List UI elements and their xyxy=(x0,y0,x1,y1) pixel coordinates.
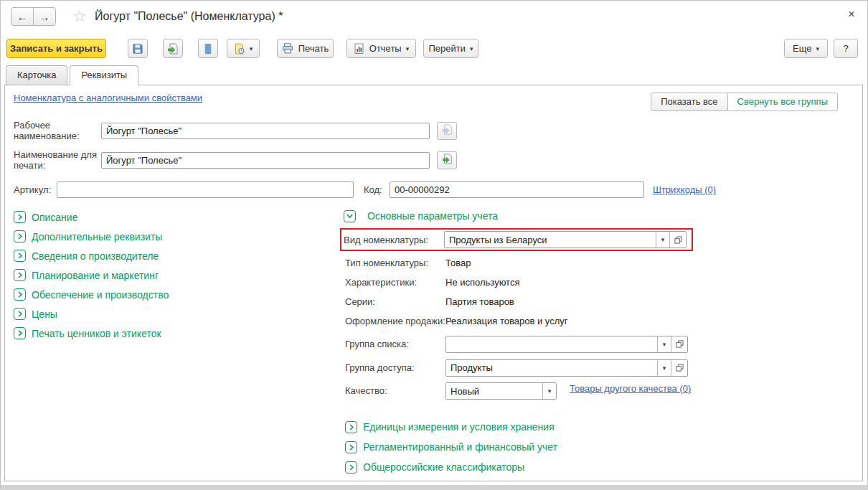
chevron-right-icon xyxy=(345,421,357,433)
kind-input[interactable] xyxy=(445,232,656,248)
section-manufacturer[interactable]: Сведения о производителе xyxy=(14,246,344,265)
tab-card[interactable]: Карточка xyxy=(6,65,67,85)
goto-button[interactable]: Перейти ▾ xyxy=(423,39,478,58)
print-label: Печать xyxy=(298,43,329,54)
goto-label: Перейти xyxy=(428,43,466,54)
chevron-right-icon xyxy=(345,441,357,453)
dropdown-caret-icon[interactable]: ▾ xyxy=(657,360,671,376)
other-quality-link[interactable]: Товары другого качества (0) xyxy=(570,382,702,395)
document-green-arrow-icon xyxy=(167,43,179,55)
working-name-input[interactable] xyxy=(101,123,430,139)
section-label: Обеспечение и производство xyxy=(32,289,169,301)
section-label: Регламентированный и финансовый учет xyxy=(363,441,557,453)
section-regulated-accounting[interactable]: Регламентированный и финансовый учет xyxy=(344,437,854,457)
article-input[interactable] xyxy=(57,182,354,198)
open-icon[interactable] xyxy=(671,336,687,352)
print-button[interactable]: Печать xyxy=(277,39,334,58)
more-button[interactable]: Еще ▾ xyxy=(784,39,828,58)
view-buttons-group: Показать все Свернуть все группы xyxy=(651,93,838,111)
collapse-groups-button[interactable]: Свернуть все группы xyxy=(727,93,838,111)
section-label: Печать ценников и этикеток xyxy=(32,328,161,339)
more-label: Еще xyxy=(793,43,811,54)
section-prices[interactable]: Цены xyxy=(14,304,344,324)
list-group-label: Группа списка: xyxy=(345,339,445,349)
access-group-label: Группа доступа: xyxy=(345,362,445,373)
stack-icon xyxy=(203,43,213,55)
open-icon[interactable] xyxy=(671,360,687,376)
quality-combo[interactable]: ▾ xyxy=(445,382,557,400)
show-all-button[interactable]: Показать все xyxy=(651,93,727,111)
toolbar: Записать и закрыть ▾ Пе xyxy=(1,39,867,60)
code-input[interactable] xyxy=(390,182,644,198)
open-icon[interactable] xyxy=(669,232,686,248)
dropdown-caret-icon[interactable]: ▾ xyxy=(656,232,669,248)
section-supply-production[interactable]: Обеспечение и производство xyxy=(14,285,344,304)
quality-label: Качество: xyxy=(345,382,445,396)
reports-label: Отчеты xyxy=(369,43,402,54)
kind-row-highlighted: Вид номенклатуры: ▾ xyxy=(340,228,693,251)
tab-details[interactable]: Реквизиты xyxy=(70,65,138,85)
back-arrow-icon: ← xyxy=(17,11,28,23)
characteristics-row: Характеристики: Не используются xyxy=(344,273,854,292)
history-menu-button[interactable]: ▾ xyxy=(227,39,260,58)
section-label: Цены xyxy=(32,308,57,320)
form-window: ← → ☆ Йогурт "Полесье" (Номенклатура) * … xyxy=(0,0,868,490)
article-label: Артикул: xyxy=(14,184,57,195)
working-name-row: Рабочее наименование: xyxy=(14,120,854,141)
bottom-sections: Единицы измерения и условия хранения Рег… xyxy=(344,417,854,477)
copy-name-button[interactable] xyxy=(437,122,457,140)
forward-button[interactable]: → xyxy=(33,7,56,26)
list-group-combo[interactable]: ▾ xyxy=(445,336,688,353)
section-price-tags[interactable]: Печать ценников и этикеток xyxy=(14,324,344,343)
page-title: Йогурт "Полесье" (Номенклатура) * xyxy=(95,10,283,23)
code-label: Код: xyxy=(364,184,390,195)
quality-input[interactable] xyxy=(446,383,542,399)
type-row: Тип номенклатуры: Товар xyxy=(344,253,854,273)
chevron-right-icon xyxy=(14,211,26,223)
section-label: Описание xyxy=(32,212,77,223)
section-label: Дополнительные реквизиты xyxy=(32,231,162,242)
printer-icon xyxy=(282,43,293,54)
dropdown-caret-icon[interactable]: ▾ xyxy=(657,336,671,352)
reports-button[interactable]: Отчеты ▾ xyxy=(346,39,416,58)
fill-print-name-button[interactable] xyxy=(437,151,457,169)
main-params-group-header[interactable]: Основные параметры учета xyxy=(344,207,854,225)
characteristics-value: Не используются xyxy=(445,277,519,288)
access-group-row: Группа доступа: ▾ xyxy=(344,359,854,377)
group-title: Основные параметры учета xyxy=(367,210,498,222)
series-value: Партия товаров xyxy=(445,296,514,307)
barcodes-link[interactable]: Штрихкоды (0) xyxy=(653,184,716,195)
chevron-right-icon xyxy=(345,461,357,473)
section-additional-attrs[interactable]: Дополнительные реквизиты xyxy=(14,227,344,246)
chevron-down-icon: ▾ xyxy=(470,45,473,52)
back-button[interactable]: ← xyxy=(11,7,34,26)
list-group-row: Группа списка: ▾ xyxy=(344,335,854,353)
print-name-row: Наименование для печати: xyxy=(14,149,854,171)
close-icon[interactable]: × xyxy=(843,6,860,23)
similar-items-link[interactable]: Номенклатура с аналогичными свойствами xyxy=(14,93,202,103)
section-planning-marketing[interactable]: Планирование и маркетинг xyxy=(14,265,344,285)
section-classifiers[interactable]: Общероссийские классификаторы xyxy=(344,457,854,477)
help-button[interactable]: ? xyxy=(834,39,858,58)
section-description[interactable]: Описание xyxy=(14,207,344,227)
section-label: Общероссийские классификаторы xyxy=(363,461,524,473)
list-group-input[interactable] xyxy=(446,336,657,352)
document-green-arrow-icon xyxy=(442,124,453,137)
kind-combo[interactable]: ▾ xyxy=(444,231,687,248)
forward-arrow-icon: → xyxy=(39,11,50,23)
print-name-input[interactable] xyxy=(101,152,430,169)
section-units-storage[interactable]: Единицы измерения и условия хранения xyxy=(344,417,854,437)
favorite-star-icon[interactable]: ☆ xyxy=(72,7,87,26)
access-group-combo[interactable]: ▾ xyxy=(445,359,688,377)
save-and-close-button[interactable]: Записать и закрыть xyxy=(6,39,106,58)
access-group-input[interactable] xyxy=(446,360,657,376)
type-value: Товар xyxy=(445,258,471,268)
dropdown-caret-icon[interactable]: ▾ xyxy=(542,383,556,399)
details-panel: Номенклатура с аналогичными свойствами П… xyxy=(4,85,863,481)
chevron-right-icon xyxy=(14,269,26,281)
save-button[interactable] xyxy=(128,39,148,58)
save-floppy-icon xyxy=(132,43,143,55)
kind-label: Вид номенклатуры: xyxy=(344,235,444,245)
registers-button[interactable] xyxy=(198,39,218,58)
reread-button[interactable] xyxy=(163,39,183,58)
